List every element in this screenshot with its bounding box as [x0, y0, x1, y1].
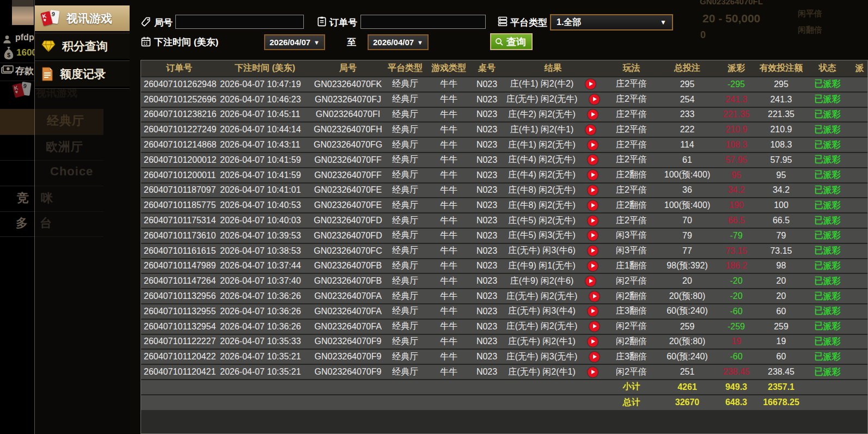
replay-button[interactable]	[585, 125, 596, 135]
cell-game-type: 牛牛	[427, 198, 470, 213]
replay-button[interactable]	[585, 79, 596, 89]
valid-bet-sum: 16678.25	[758, 395, 804, 410]
divider	[35, 87, 130, 89]
cell-table-no: N023	[470, 137, 503, 152]
cell-order: 260407101120421	[141, 364, 217, 380]
date-to-select[interactable]: 2026/04/07 ▼	[368, 34, 429, 50]
cell-round-id: GN023264070FH	[313, 122, 383, 137]
replay-button[interactable]	[588, 230, 598, 241]
cell-result: 庄(无牛) 闲2(无牛)	[503, 319, 603, 334]
cell-total-bet: 100(预:400)	[660, 198, 714, 213]
cell-table-no: N023	[470, 289, 503, 304]
result-text: 庄(无牛) 闲2(无牛)	[506, 321, 578, 332]
table-row: 2604071011329542026-04-07 10:36:26GN0232…	[141, 319, 868, 334]
replay-button[interactable]	[589, 352, 600, 362]
cell-total-bet: 259	[660, 319, 714, 334]
replay-button[interactable]	[585, 276, 596, 286]
replay-button[interactable]	[589, 94, 600, 105]
cell-status: 已派彩	[804, 243, 851, 259]
cell-total-bet: 61	[660, 152, 714, 168]
replay-button[interactable]	[588, 367, 598, 377]
replay-button[interactable]	[588, 155, 598, 165]
cell-round-id: GN023264070FC	[313, 243, 383, 259]
cell-extra	[851, 77, 868, 92]
cell-valid-bet: 238.45	[758, 364, 804, 380]
table-row: 2604071011616152026-04-07 10:38:53GN0232…	[141, 243, 868, 259]
cell-bet-time: 2026-04-07 10:40:03	[217, 213, 313, 228]
platform-icon	[497, 16, 508, 27]
result-text: 庄(牛9) 闲2(牛6)	[510, 276, 573, 287]
column-header: 总投注	[660, 60, 714, 77]
cell-status: 已派彩	[804, 77, 851, 92]
cell-table-no: N023	[470, 273, 503, 289]
table-row: 2604071011204222026-04-07 10:35:21GN0232…	[141, 349, 868, 364]
replay-button[interactable]	[588, 185, 598, 195]
replay-button[interactable]	[588, 216, 598, 226]
result-text: 庄(牛1) 闲2(牛1)	[510, 124, 573, 136]
cell-play-type: 庄2平倍	[603, 213, 660, 228]
cell-bet-time: 2026-04-07 10:35:21	[217, 349, 313, 364]
search-button[interactable]: 查询	[490, 33, 533, 50]
cell-total-bet: 79	[660, 228, 714, 243]
menu-item-points-query[interactable]: 积分查询	[35, 33, 130, 59]
column-header: 结果	[503, 60, 603, 77]
cell-status: 已派彩	[804, 107, 851, 123]
replay-button[interactable]	[588, 170, 598, 180]
cell-status: 已派彩	[804, 92, 851, 107]
cell-status: 已派彩	[804, 152, 851, 168]
round-id-input[interactable]	[175, 15, 304, 29]
cell-payout: 73.15	[714, 243, 758, 259]
cell-valid-bet: 60	[758, 349, 804, 364]
platform-type-select[interactable]: 1.全部 ▼	[550, 14, 673, 30]
replay-button[interactable]	[589, 291, 600, 302]
column-header: 玩法	[603, 60, 660, 77]
cell-result: 庄(牛5) 闲2(无牛)	[503, 213, 603, 228]
cell-platform: 经典厅	[383, 228, 427, 243]
cell-platform: 经典厅	[383, 319, 427, 334]
result-text: 庄(无牛) 闲2(无牛)	[506, 94, 578, 105]
cell-bet-time: 2026-04-07 10:47:19	[217, 77, 313, 92]
cell-extra	[851, 107, 868, 123]
cell-valid-bet: 20	[758, 289, 804, 304]
cell-play-type: 庄1翻倍	[603, 259, 660, 274]
cell-extra	[851, 319, 868, 334]
result-text: 庄(牛9) 闲1(无牛)	[508, 260, 576, 272]
cell-payout: 238.45	[714, 364, 758, 380]
cell-play-type: 庄2平倍	[603, 152, 660, 168]
cell-bet-time: 2026-04-07 10:46:23	[217, 92, 313, 107]
cell-play-type: 庄2平倍	[603, 122, 660, 137]
replay-button[interactable]	[588, 200, 598, 211]
menu-item-video-games[interactable]: 9 K♥ 视讯游戏	[35, 5, 130, 31]
bet-records-table: 订单号下注时间 (美东)局号平台类型游戏类型桌号结果玩法总投注派彩有效投注额状态…	[140, 60, 868, 434]
background-bet-limits: 20 - 50,000	[702, 12, 760, 25]
replay-button[interactable]	[588, 109, 598, 120]
cell-bet-time: 2026-04-07 10:38:53	[217, 243, 313, 259]
cell-total-bet: 114	[660, 137, 714, 152]
replay-button[interactable]	[589, 321, 600, 332]
order-id-input[interactable]	[360, 15, 486, 29]
cell-bet-time: 2026-04-07 10:44:14	[217, 122, 313, 137]
replay-button[interactable]	[588, 337, 598, 347]
date-from-select[interactable]: 2026/04/07 ▼	[264, 34, 325, 50]
replay-button[interactable]	[588, 306, 598, 316]
result-text: 庄(无牛) 闲3(牛6)	[508, 245, 576, 256]
cell-empty	[217, 395, 313, 410]
total-bet-sum: 32670	[660, 395, 714, 410]
table-row: 2604071011329552026-04-07 10:36:26GN0232…	[141, 304, 868, 319]
cell-table-no: N023	[470, 319, 503, 334]
replay-button[interactable]	[588, 261, 598, 271]
replay-button[interactable]	[588, 246, 598, 256]
chevron-down-icon: ▼	[660, 19, 667, 26]
cell-bet-time: 2026-04-07 10:35:33	[217, 334, 313, 350]
menu-item-credit-records[interactable]: 额度记录	[35, 61, 130, 87]
table-row: 2604071011472642026-04-07 10:37:40GN0232…	[141, 273, 868, 289]
cell-status: 已派彩	[804, 168, 851, 183]
cell-bet-time: 2026-04-07 10:39:53	[217, 228, 313, 243]
replay-button[interactable]	[588, 140, 598, 150]
cell-order: 260407101132956	[141, 289, 217, 304]
tag-icon	[140, 16, 151, 27]
svg-text:$: $	[7, 52, 10, 58]
cell-order: 260407101122227	[141, 334, 217, 350]
payout-sum: 949.3	[714, 380, 758, 395]
cell-result: 庄(牛1) 闲2(无牛)	[503, 137, 603, 152]
